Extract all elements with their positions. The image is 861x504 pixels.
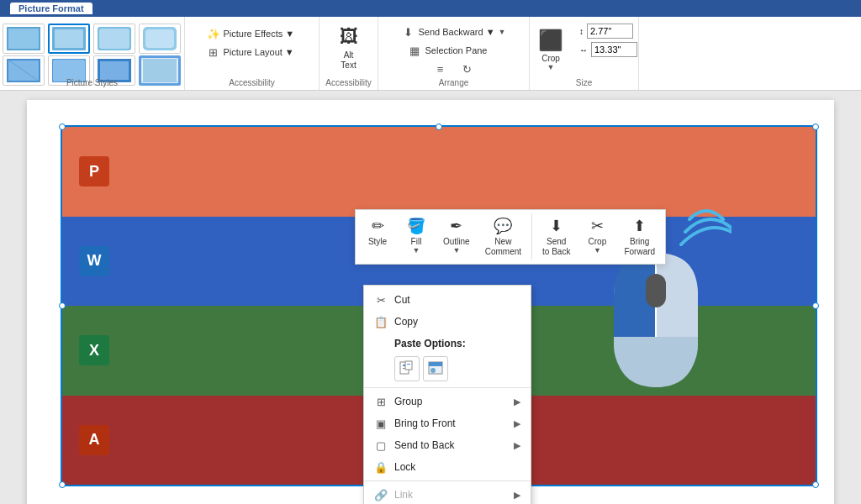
ft-crop-btn[interactable]: ✂ Crop ▼ <box>578 213 615 260</box>
context-menu: ✂ Cut 📋 Copy Paste Options: <box>363 285 531 504</box>
crop-btn-ribbon[interactable]: ⬛ Crop ▼ <box>531 24 571 75</box>
cm-divider-2 <box>364 480 531 481</box>
cm-copy[interactable]: 📋 Copy <box>364 311 531 333</box>
ft-send-back-icon: ⬇ <box>550 217 563 235</box>
svg-point-26 <box>430 368 436 373</box>
ps-item-1[interactable] <box>3 24 45 54</box>
height-input[interactable] <box>587 24 633 39</box>
ft-outline-btn[interactable]: ✒ Outline ▼ <box>436 213 477 260</box>
ft-fill-icon: 🪣 <box>407 217 425 235</box>
align-icon: ≡ <box>433 62 446 76</box>
selection-pane-btn[interactable]: ▦ Selection Pane <box>403 42 504 59</box>
width-arrow: ↔ <box>579 45 588 55</box>
send-back-icon: ▢ <box>374 438 388 452</box>
cm-paste-label: Paste Options: <box>364 333 531 354</box>
rotate-icon: ↻ <box>460 62 473 76</box>
main-area: P W X A <box>0 91 861 504</box>
alt-text-section: 🖼 Alt Text Accessibility <box>320 17 378 90</box>
accessibility-label: Accessibility <box>185 78 319 87</box>
ft-fill-btn[interactable]: 🪣 Fill ▼ <box>398 213 435 260</box>
ft-send-to-back-btn[interactable]: ⬇ Send to Back <box>536 213 577 260</box>
handle-ml[interactable] <box>59 302 66 309</box>
effects-icon: ✨ <box>207 27 220 40</box>
handle-tr[interactable] <box>812 123 819 130</box>
picture-effects-section: ✨ Picture Effects ▼ ⊞ Picture Layout ▼ A… <box>185 17 320 90</box>
excel-icon: X <box>79 335 109 365</box>
send-backward-icon: ⬇ <box>402 25 415 39</box>
ft-crop-icon: ✂ <box>591 217 604 235</box>
ft-style-btn[interactable]: ✏ Style <box>359 213 396 260</box>
picture-layout-btn[interactable]: ⊞ Picture Layout ▼ <box>202 44 303 60</box>
ribbon: ▲ ▼ ▼ Picture Styles ✨ Picture Effects ▼… <box>0 17 861 91</box>
group-icon: ⊞ <box>374 395 388 408</box>
crop-icon-ribbon: ⬛ <box>537 27 564 54</box>
svg-rect-14 <box>100 61 129 80</box>
width-input[interactable] <box>591 42 637 57</box>
handle-bl[interactable] <box>59 481 66 488</box>
size-inputs: ↕ ↔ <box>576 24 637 71</box>
paste-options <box>364 354 531 385</box>
ft-comment-btn[interactable]: 💬 New Comment <box>478 213 528 260</box>
alt-text-btn[interactable]: 🖼 Alt Text <box>330 20 367 74</box>
canvas: P W X A <box>27 100 834 504</box>
handle-tl[interactable] <box>59 123 66 130</box>
picture-format-tab[interactable]: Picture Format <box>10 3 92 14</box>
handle-tm[interactable] <box>436 123 442 130</box>
powerpoint-icon: P <box>79 156 109 186</box>
access-icon: A <box>79 425 109 455</box>
arrange-section: ⬇ Send Backward ▼ ▼ ▦ Selection Pane ≡ ↻… <box>378 17 530 90</box>
svg-rect-23 <box>407 364 410 365</box>
picture-styles-grid <box>3 24 182 86</box>
float-toolbar: ✏ Style 🪣 Fill ▼ ✒ Outline ▼ 💬 New Comme… <box>355 209 666 265</box>
bring-front-icon: ▣ <box>374 417 388 430</box>
ps-item-3[interactable] <box>93 24 135 54</box>
cm-bring-to-front[interactable]: ▣ Bring to Front ▶ <box>364 412 531 434</box>
cm-lock[interactable]: 🔒 Lock <box>364 456 531 478</box>
svg-rect-18 <box>646 274 666 307</box>
layout-icon: ⊞ <box>207 45 220 59</box>
ps-item-4[interactable] <box>139 24 181 54</box>
svg-rect-3 <box>55 29 83 48</box>
cm-group[interactable]: ⊞ Group ▶ <box>364 391 531 412</box>
cm-divider-1 <box>364 387 531 388</box>
rotate-btn[interactable]: ↻ <box>455 60 478 77</box>
copy-icon: 📋 <box>374 315 388 328</box>
selection-pane-icon: ▦ <box>408 44 421 57</box>
width-input-row: ↔ <box>579 42 637 57</box>
picture-styles-section: ▲ ▼ ▼ Picture Styles <box>0 17 185 90</box>
send-backward-btn[interactable]: ⬇ Send Backward ▼ ▼ <box>397 24 511 40</box>
svg-rect-5 <box>99 29 129 49</box>
ft-bring-forward-icon: ⬆ <box>633 217 646 235</box>
svg-rect-1 <box>8 29 39 49</box>
ft-bring-forward-btn[interactable]: ⬆ Bring Forward <box>617 213 662 260</box>
height-input-row: ↕ <box>579 24 637 39</box>
alt-text-icon: 🖼 <box>335 24 362 50</box>
cut-icon: ✂ <box>374 293 388 307</box>
handle-mr[interactable] <box>812 302 819 309</box>
align-btn[interactable]: ≡ <box>428 60 452 77</box>
ft-outline-icon: ✒ <box>450 217 462 235</box>
paste-picture-btn[interactable] <box>423 356 448 381</box>
ps-item-2[interactable] <box>48 24 90 54</box>
word-icon: W <box>79 246 109 276</box>
svg-rect-7 <box>145 29 174 48</box>
handle-br[interactable] <box>812 481 819 488</box>
cm-send-to-back[interactable]: ▢ Send to Back ▶ <box>364 434 531 456</box>
link-icon: 🔗 <box>374 488 388 501</box>
svg-rect-25 <box>429 362 442 366</box>
height-arrow: ↕ <box>579 27 584 36</box>
paste-keep-format-btn[interactable] <box>394 356 420 381</box>
ribbon-tab-bar: Picture Format <box>0 0 861 17</box>
picture-effects-btn[interactable]: ✨ Picture Effects ▼ <box>202 25 303 42</box>
cm-cut[interactable]: ✂ Cut <box>364 289 531 311</box>
cm-link: 🔗 Link ▶ <box>364 484 531 504</box>
lock-icon: 🔒 <box>374 460 388 474</box>
size-section: ⬛ Crop ▼ ↕ ↔ Size <box>530 17 639 90</box>
picture-styles-label: Picture Styles <box>0 78 184 87</box>
ft-comment-icon: 💬 <box>494 217 512 235</box>
ft-style-icon: ✏ <box>372 217 384 235</box>
svg-rect-22 <box>405 361 412 370</box>
